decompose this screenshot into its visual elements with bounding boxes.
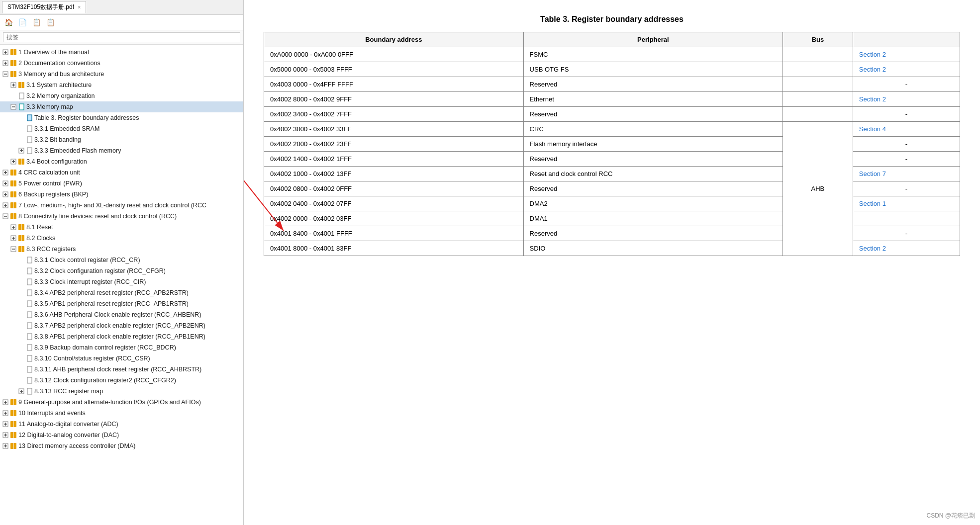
section-cell[interactable]: Section 4 (853, 122, 960, 137)
toolbar-btn-back[interactable]: 📄 (17, 17, 28, 28)
section-cell[interactable]: Section 2 (853, 241, 960, 256)
tree-item[interactable]: 1 Overview of the manual (0, 47, 243, 58)
expand-icon[interactable] (10, 82, 17, 88)
tree-item[interactable]: 4 CRC calculation unit (0, 167, 243, 178)
tree-item-label: 12 Digital-to-analog converter (DAC) (18, 430, 119, 440)
tree-item[interactable]: 13 Direct memory access controller (DMA) (0, 440, 243, 451)
expand-icon[interactable] (2, 191, 9, 198)
svg-rect-73 (27, 257, 32, 263)
tree-item[interactable]: 3 Memory and bus architecture (0, 69, 243, 80)
expand-icon[interactable] (2, 71, 9, 78)
tree-item[interactable]: 11 Analog-to-digital converter (ADC) (0, 419, 243, 430)
tree-item-label: 4 CRC calculation unit (18, 168, 80, 177)
expand-icon[interactable] (2, 169, 9, 176)
tree-item-label: 13 Direct memory access controller (DMA) (18, 441, 135, 451)
svg-rect-23 (27, 115, 32, 121)
toolbar-btn-refresh[interactable]: 📋 (45, 17, 56, 28)
section-cell: - (853, 152, 960, 167)
expand-icon[interactable] (2, 410, 9, 417)
expand-icon[interactable] (18, 388, 25, 395)
tree-item[interactable]: 3.3.2 Bit banding (0, 134, 243, 145)
tree-item[interactable]: 8.3.3 Clock interrupt register (RCC_CIR) (0, 276, 243, 287)
search-input[interactable] (3, 32, 240, 42)
tree-item[interactable]: 3.2 Memory organization (0, 90, 243, 101)
tree-item[interactable]: 3.1 System architecture (0, 80, 243, 90)
tree-item[interactable]: 8.3.6 AHB Peripheral Clock enable regist… (0, 309, 243, 320)
tree-item[interactable]: 8.3.2 Clock configuration register (RCC_… (0, 265, 243, 276)
tree-item[interactable]: 3.3.3 Embedded Flash memory (0, 145, 243, 156)
tree-item-label: 6 Backup registers (BKP) (18, 189, 88, 199)
expand-icon[interactable] (2, 180, 9, 187)
expand-icon (18, 377, 25, 384)
tree-item[interactable]: 8.1 Reset (0, 222, 243, 233)
pdf-tab[interactable]: STM32F105数据手册.pdf × (2, 1, 86, 13)
expand-icon[interactable] (10, 158, 17, 165)
section-cell[interactable]: Section 1 (853, 196, 960, 211)
boundary-address-cell: 0x5000 0000 - 0x5003 FFFF (264, 62, 524, 77)
tree-item[interactable]: 7 Low-, medium-, high- and XL-density re… (0, 200, 243, 211)
tree-item-label: 8.3.4 APB2 peripheral reset register (RC… (34, 288, 189, 298)
toolbar-btn-home[interactable]: 🏠 (3, 17, 14, 28)
expand-icon[interactable] (2, 213, 9, 220)
expand-icon[interactable] (10, 235, 17, 242)
tree-item[interactable]: 8.3.4 APB2 peripheral reset register (RC… (0, 287, 243, 298)
tree-item[interactable]: 8.2 Clocks (0, 233, 243, 244)
col-header-bus: Bus (783, 32, 853, 47)
svg-rect-83 (27, 366, 32, 372)
tree-item[interactable]: 8.3.10 Control/status register (RCC_CSR) (0, 353, 243, 364)
expand-icon[interactable] (10, 103, 17, 110)
tree-item[interactable]: 8.3.7 APB2 peripheral clock enable regis… (0, 320, 243, 331)
tree-item-icon (18, 158, 25, 165)
tree-item[interactable]: 8.3.11 AHB peripheral clock reset regist… (0, 364, 243, 375)
toolbar-btn-forward[interactable]: 📋 (31, 17, 42, 28)
expand-icon[interactable] (2, 421, 9, 428)
tree-item[interactable]: Table 3. Register boundary addresses (0, 112, 243, 123)
expand-icon[interactable] (2, 399, 9, 406)
tree-item[interactable]: 8.3.5 APB1 peripheral reset register (RC… (0, 298, 243, 309)
tree-item[interactable]: 8.3.8 APB1 peripheral clock enable regis… (0, 331, 243, 342)
tree-item[interactable]: 9 General-purpose and alternate-function… (0, 397, 243, 408)
tree-item-icon (26, 311, 33, 318)
svg-rect-78 (27, 312, 32, 318)
tree-item-label: 8.3.3 Clock interrupt register (RCC_CIR) (34, 277, 146, 287)
tree-item[interactable]: 5 Power control (PWR) (0, 178, 243, 189)
tree-item[interactable]: 8.3.1 Clock control register (RCC_CR) (0, 255, 243, 265)
tree-item-icon (10, 191, 17, 198)
expand-icon[interactable] (18, 147, 25, 154)
tree-item[interactable]: 6 Backup registers (BKP) (0, 189, 243, 200)
tree-item[interactable]: 8.3.13 RCC register map (0, 386, 243, 397)
section-cell[interactable]: Section 2 (853, 92, 960, 107)
svg-rect-25 (27, 137, 32, 143)
boundary-address-cell: 0xA000 0000 - 0xA000 0FFF (264, 47, 524, 62)
tree-item[interactable]: 2 Documentation conventions (0, 58, 243, 69)
expand-icon[interactable] (10, 246, 17, 253)
tree-item-icon (10, 213, 17, 220)
expand-icon[interactable] (10, 224, 17, 231)
section-cell[interactable]: Section 7 (853, 167, 960, 181)
peripheral-cell: SDIO (523, 241, 783, 256)
tree-item-label: 3 Memory and bus architecture (18, 69, 104, 79)
expand-icon[interactable] (2, 202, 9, 209)
expand-icon[interactable] (2, 49, 9, 56)
tree-item[interactable]: 8.3 RCC registers (0, 244, 243, 255)
tree-item[interactable]: 8 Connectivity line devices: reset and c… (0, 211, 243, 222)
peripheral-cell: DMA2 (523, 196, 783, 211)
tree-item[interactable]: 3.3 Memory map (0, 101, 243, 112)
tree-item[interactable]: 12 Digital-to-analog converter (DAC) (0, 430, 243, 440)
bus-cell (783, 92, 853, 107)
tree-item-icon (10, 180, 17, 187)
tree-item-icon (26, 114, 33, 121)
tree-item-icon (10, 432, 17, 438)
expand-icon[interactable] (2, 60, 9, 67)
section-cell[interactable]: Section 2 (853, 47, 960, 62)
tab-close-icon[interactable]: × (78, 4, 81, 10)
tree-item[interactable]: 8.3.12 Clock configuration register2 (RC… (0, 375, 243, 386)
tree-item[interactable]: 10 Interrupts and events (0, 408, 243, 419)
expand-icon[interactable] (2, 442, 9, 449)
tree-item[interactable]: 8.3.9 Backup domain control register (RC… (0, 342, 243, 353)
tree-item[interactable]: 3.3.1 Embedded SRAM (0, 123, 243, 134)
tree-item[interactable]: 3.4 Boot configuration (0, 156, 243, 167)
tree-item-icon (26, 257, 33, 263)
section-cell[interactable]: Section 2 (853, 62, 960, 77)
expand-icon[interactable] (2, 432, 9, 438)
